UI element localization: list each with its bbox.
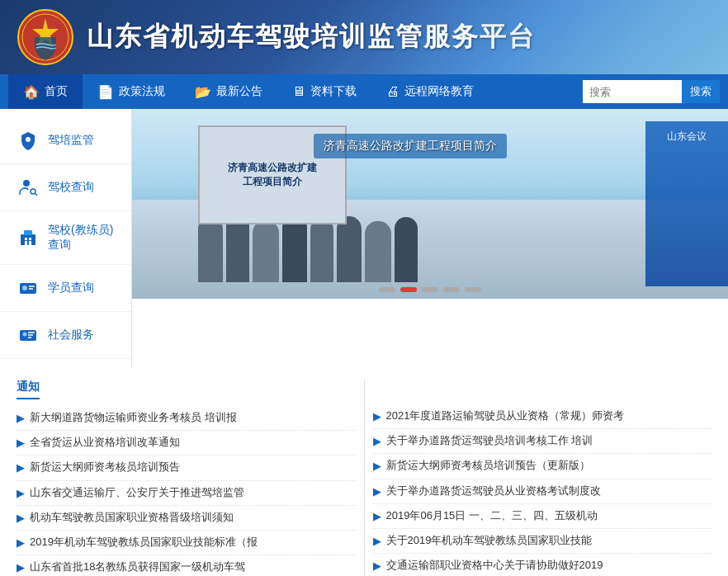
carousel-dot-1[interactable] [379, 287, 395, 292]
news-list-item[interactable]: ▶新大纲道路货物运输师资业务考核员 培训报 [17, 406, 356, 431]
news-item-text: 机动车驾驶教员国家职业资格晋级培训须知 [30, 510, 234, 525]
news-item-text: 新货运大纲师资考核员培训预告 [30, 460, 180, 474]
carousel-dot-4[interactable] [443, 287, 460, 292]
sidebar-item-jxcx[interactable]: 驾校查询 [0, 164, 131, 211]
news-list-item[interactable]: ▶新货运大纲师资考核员培训预告 [17, 456, 356, 480]
sidebar-item-shfw[interactable]: 社会服务 [0, 312, 131, 359]
news-item-text: 关于举办道路货运驾驶员从业资格考试制度改 [386, 484, 601, 498]
svg-rect-9 [24, 230, 32, 235]
news-list-item[interactable]: ▶关于举办道路货运驾驶员从业资格考试制度改 [373, 479, 712, 504]
nav-news-label: 最新公告 [216, 84, 262, 99]
news-list-item[interactable]: ▶2019年机动车驾驶教练员国家职业技能标准（报 [17, 531, 356, 555]
nav-download-label: 资料下载 [310, 84, 357, 99]
search-input[interactable] [583, 80, 682, 103]
sidebar-label-jkjg: 驾培监管 [48, 133, 94, 148]
news-item-text: 山东省首批18名教练员获得国家一级机动车驾 [30, 559, 245, 574]
svg-rect-8 [21, 234, 35, 245]
news-bullet: ▶ [17, 486, 25, 501]
svg-line-7 [35, 194, 38, 196]
news-list-item[interactable]: ▶全省货运从业资格培训改革通知 [17, 431, 356, 456]
news-bullet: ▶ [17, 560, 25, 575]
news-list-item[interactable]: ▶2019年06月15日 一、二、三、四、五级机动 [373, 504, 712, 529]
news-list-item[interactable]: ▶机动车驾驶教员国家职业资格晋级培训须知 [17, 506, 356, 531]
sidebar-label-jsjcx: 驾校(教练员)查询 [48, 223, 115, 253]
header: 监 山东省机动车驾驶培训监管服务平台 [0, 0, 728, 74]
monitor-icon: 🖥 [292, 84, 305, 99]
carousel-dot-3[interactable] [422, 287, 438, 292]
svg-rect-14 [20, 283, 36, 294]
banner-right-label: 山东会议 [645, 121, 728, 152]
navbar: 🏠 首页 📄 政策法规 📂 最新公告 🖥 资料下载 🖨 远程网络教育 搜索 [0, 74, 728, 109]
news-item-text: 山东省交通运输厅、公安厅关于推进驾培监管 [30, 485, 244, 500]
news-item-text: 交通运输部职业资格中心关于请协助做好2019 [386, 558, 603, 573]
sidebar: 驾培监管 驾校查询 [0, 109, 132, 367]
id-card-icon [17, 276, 40, 300]
news-bullet: ▶ [17, 411, 25, 426]
svg-text:监: 监 [43, 29, 49, 35]
nav-item-home[interactable]: 🏠 首页 [8, 74, 83, 109]
carousel-dot-5[interactable] [465, 287, 481, 292]
banner-right-blue: 山东会议 [645, 121, 728, 286]
carousel-dots [379, 287, 481, 292]
news-right-list: ▶2021年度道路运输驾驶员从业资格（常规）师资考▶关于举办道路货运驾驶员培训考… [373, 404, 712, 576]
carousel-dot-2[interactable] [400, 287, 417, 292]
svg-point-4 [26, 137, 31, 142]
svg-rect-13 [29, 241, 31, 245]
news-left-category: 通知 [17, 380, 40, 399]
search-area: 搜索 [583, 80, 720, 103]
nav-home-label: 首页 [45, 84, 68, 99]
news-list-item[interactable]: ▶关于2019年机动车驾驶教练员国家职业技能 [373, 529, 712, 554]
nav-item-download[interactable]: 🖥 资料下载 [277, 74, 371, 109]
sidebar-label-shfw: 社会服务 [48, 328, 94, 342]
news-bullet: ▶ [373, 434, 381, 449]
header-bg-decoration [398, 0, 728, 74]
logo: 监 [17, 8, 74, 66]
banner-area: 济青高速公路改扩建工程项目简介 山东会议 济青高速公路改扩建工程项目简介 [132, 109, 728, 299]
svg-point-15 [22, 286, 27, 290]
document-icon: 📄 [97, 84, 114, 100]
nav-item-news[interactable]: 📂 最新公告 [180, 74, 277, 109]
sidebar-label-jxcx: 驾校查询 [48, 180, 94, 195]
sidebar-item-xycx[interactable]: 学员查询 [0, 265, 131, 312]
news-bullet: ▶ [17, 511, 25, 526]
news-section: 通知 ▶新大纲道路货物运输师资业务考核员 培训报▶全省货运从业资格培训改革通知▶… [0, 367, 728, 576]
sidebar-item-jsjcx[interactable]: 驾校(教练员)查询 [0, 211, 131, 265]
news-bullet: ▶ [373, 409, 381, 424]
news-left-col: 通知 ▶新大纲道路货物运输师资业务考核员 培训报▶全省货运从业资格培训改革通知▶… [8, 380, 364, 576]
news-bullet: ▶ [373, 509, 381, 524]
news-list-item[interactable]: ▶交通运输部职业资格中心关于请协助做好2019 [373, 554, 712, 576]
news-item-text: 全省货运从业资格培训改革通知 [30, 435, 180, 450]
news-item-text: 2021年度道路运输驾驶员从业资格（常规）师资考 [386, 408, 625, 423]
sidebar-item-jkjg[interactable]: 驾培监管 [0, 117, 131, 164]
news-item-text: 新货运大纲师资考核员培训预告（更新版） [386, 458, 590, 473]
news-bullet: ▶ [17, 460, 25, 475]
nav-policy-label: 政策法规 [119, 84, 165, 99]
news-item-text: 新大纲道路货物运输师资业务考核员 培训报 [30, 410, 237, 425]
banner-panel-text: 济青高速公路改扩建工程项目简介 [228, 161, 317, 189]
search-button[interactable]: 搜索 [682, 80, 720, 103]
svg-rect-11 [29, 238, 31, 240]
svg-point-6 [31, 189, 35, 194]
news-list-item[interactable]: ▶新货运大纲师资考核员培训预告（更新版） [373, 454, 712, 479]
news-list-item[interactable]: ▶山东省交通运输厅、公安厅关于推进驾培监管 [17, 481, 356, 506]
news-bullet: ▶ [373, 459, 381, 474]
news-right-col: ​ ▶2021年度道路运输驾驶员从业资格（常规）师资考▶关于举办道路货运驾驶员培… [364, 380, 721, 576]
home-icon: 🏠 [23, 84, 40, 100]
svg-rect-10 [25, 238, 27, 240]
user-search-icon [17, 176, 40, 199]
news-left-list: ▶新大纲道路货物运输师资业务考核员 培训报▶全省货运从业资格培训改革通知▶新货运… [17, 406, 356, 576]
news-bullet: ▶ [17, 436, 25, 451]
news-item-text: 关于举办道路货运驾驶员培训考核工作 培训 [386, 433, 593, 448]
banner-image: 济青高速公路改扩建工程项目简介 山东会议 济青高速公路改扩建工程项目简介 [132, 109, 728, 299]
building-icon [17, 226, 40, 249]
id-card2-icon [17, 323, 40, 347]
svg-rect-12 [25, 241, 27, 245]
main-content: 驾培监管 驾校查询 [0, 109, 728, 367]
shield-icon [17, 129, 40, 152]
news-list-item[interactable]: ▶关于举办道路货运驾驶员培训考核工作 培训 [373, 429, 712, 454]
nav-item-education[interactable]: 🖨 远程网络教育 [371, 74, 489, 109]
news-list-item[interactable]: ▶2021年度道路运输驾驶员从业资格（常规）师资考 [373, 404, 712, 429]
news-list-item[interactable]: ▶山东省首批18名教练员获得国家一级机动车驾 [17, 555, 356, 576]
banner-text-overlay: 济青高速公路改扩建工程项目简介 [314, 134, 507, 158]
nav-item-policy[interactable]: 📄 政策法规 [83, 74, 180, 109]
